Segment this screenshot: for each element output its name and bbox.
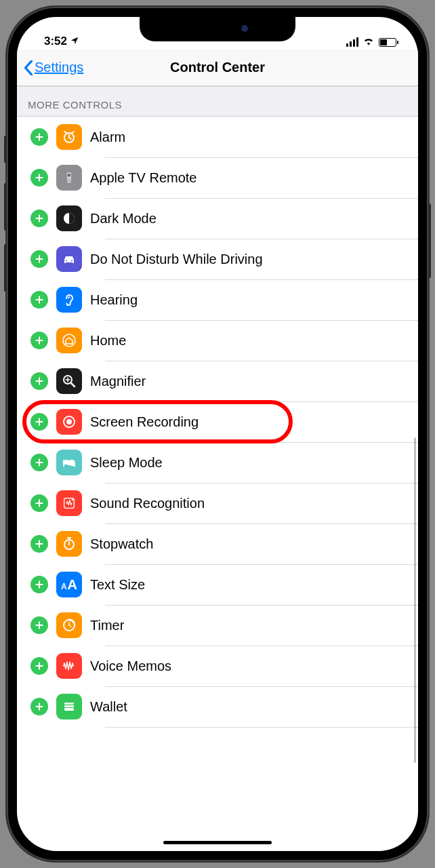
add-button[interactable] xyxy=(30,413,48,431)
control-row: Wallet xyxy=(17,686,418,727)
add-button[interactable] xyxy=(30,332,48,349)
scrollbar-indicator xyxy=(414,437,416,763)
battery-icon xyxy=(379,38,396,47)
add-button[interactable] xyxy=(30,657,48,675)
svg-point-8 xyxy=(66,260,67,262)
svg-point-10 xyxy=(63,334,75,347)
home-indicator[interactable] xyxy=(163,841,272,844)
control-label: Sound Recognition xyxy=(90,496,205,511)
add-button[interactable] xyxy=(30,454,48,471)
control-label: Timer xyxy=(90,618,124,633)
svg-point-5 xyxy=(67,181,68,182)
control-row: Apple TV Remote xyxy=(17,157,418,198)
back-button[interactable]: Settings xyxy=(17,60,83,75)
control-row: Magnifier xyxy=(17,361,418,401)
magnifier-icon xyxy=(56,368,82,394)
control-label: Alarm xyxy=(90,130,125,145)
control-label: Wallet xyxy=(90,699,127,715)
control-row: Sound Recognition xyxy=(17,483,418,524)
control-label: Voice Memos xyxy=(90,658,171,674)
control-label: Screen Recording xyxy=(90,414,199,430)
svg-rect-19 xyxy=(64,705,74,707)
control-label: Stopwatch xyxy=(90,536,153,552)
add-button[interactable] xyxy=(30,210,48,227)
svg-point-3 xyxy=(67,179,68,180)
add-button[interactable] xyxy=(30,291,48,309)
control-row: Stopwatch xyxy=(17,524,418,564)
voice-memos-icon xyxy=(56,653,82,679)
svg-rect-20 xyxy=(64,708,74,711)
bed-icon xyxy=(56,450,82,475)
navigation-bar: Settings Control Center xyxy=(17,50,418,86)
chevron-left-icon xyxy=(24,60,33,75)
home-icon xyxy=(56,328,82,353)
wallet-icon xyxy=(56,694,82,719)
text-size-icon: AA xyxy=(56,572,82,597)
wifi-icon xyxy=(362,36,375,48)
control-label: Do Not Disturb While Driving xyxy=(90,252,263,267)
control-row: AAText Size xyxy=(17,564,418,605)
add-button[interactable] xyxy=(30,250,48,268)
control-label: Apple TV Remote xyxy=(90,170,197,186)
control-row: Dark Mode xyxy=(17,198,418,239)
back-label: Settings xyxy=(35,60,83,75)
svg-point-9 xyxy=(71,260,72,262)
dark-mode-icon xyxy=(56,205,82,231)
status-time: 3:52 xyxy=(44,35,67,48)
stopwatch-icon xyxy=(56,531,82,557)
control-row: Timer xyxy=(17,605,418,646)
add-button[interactable] xyxy=(30,169,48,186)
cellular-signal-icon xyxy=(346,37,358,47)
car-icon xyxy=(56,246,82,272)
control-row: Screen Recording xyxy=(17,401,418,442)
sound-recognition-icon xyxy=(56,490,82,516)
control-row: Home xyxy=(17,320,418,361)
controls-list: AlarmApple TV RemoteDark ModeDo Not Dist… xyxy=(17,117,418,727)
control-label: Dark Mode xyxy=(90,211,157,226)
svg-point-4 xyxy=(70,179,70,180)
control-label: Sleep Mode xyxy=(90,455,163,471)
page-title: Control Center xyxy=(170,60,265,75)
control-label: Hearing xyxy=(90,292,138,308)
control-label: Home xyxy=(90,333,126,349)
svg-point-2 xyxy=(68,174,71,177)
svg-point-6 xyxy=(70,181,70,182)
svg-rect-18 xyxy=(64,703,74,705)
add-button[interactable] xyxy=(30,616,48,634)
add-button[interactable] xyxy=(30,535,48,553)
control-row: Hearing xyxy=(17,279,418,320)
control-row: Sleep Mode xyxy=(17,442,418,483)
location-services-icon xyxy=(70,36,79,47)
timer-icon xyxy=(56,612,82,638)
add-button[interactable] xyxy=(30,576,48,593)
svg-point-15 xyxy=(72,499,74,501)
add-button[interactable] xyxy=(30,372,48,390)
screen-recording-icon xyxy=(56,409,82,435)
control-label: Magnifier xyxy=(90,374,146,389)
add-button[interactable] xyxy=(30,494,48,512)
svg-point-13 xyxy=(66,419,72,425)
add-button[interactable] xyxy=(30,698,48,715)
control-row: Do Not Disturb While Driving xyxy=(17,239,418,279)
add-button[interactable] xyxy=(30,128,48,146)
ear-icon xyxy=(56,287,82,313)
control-row: Alarm xyxy=(17,117,418,157)
control-row: Voice Memos xyxy=(17,646,418,686)
control-label: Text Size xyxy=(90,577,145,593)
appletv-remote-icon xyxy=(56,165,82,191)
alarm-icon xyxy=(56,124,82,150)
section-header-more-controls: MORE CONTROLS xyxy=(17,86,418,117)
